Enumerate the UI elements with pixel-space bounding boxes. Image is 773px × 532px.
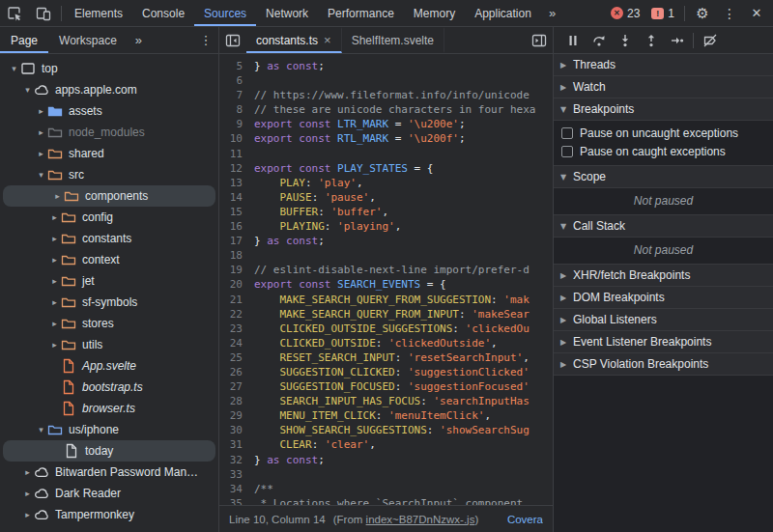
tab-performance[interactable]: Performance	[318, 0, 404, 26]
code-text[interactable]: SHOW_SEARCH_SUGGESTIONS: 'showSearchSug	[254, 423, 553, 437]
source-code[interactable]: 5} as const;67// https://www.fileformat.…	[219, 54, 553, 505]
tab-sources[interactable]: Sources	[194, 0, 256, 26]
line-number[interactable]: 6	[219, 73, 254, 88]
code-text[interactable]: RESET_SEARCH_INPUT: 'resetSearchInput',	[254, 350, 553, 365]
section-xhr-fetch-breakpoints[interactable]: ▶XHR/fetch Breakpoints	[554, 265, 773, 287]
expand-arrow-icon[interactable]: ▸	[35, 106, 47, 116]
collapse-arrow-icon[interactable]: ▾	[21, 85, 34, 95]
editor-tab-constants-ts[interactable]: constants.ts×	[246, 27, 342, 53]
tab-memory[interactable]: Memory	[404, 0, 465, 26]
code-text[interactable]: SUGGESTION_CLICKED: 'suggestionClicked'	[254, 365, 553, 379]
hide-navigator-icon[interactable]	[219, 27, 246, 53]
line-number[interactable]: 9	[219, 117, 254, 131]
line-number[interactable]: 25	[219, 350, 254, 365]
tree-item-jet[interactable]: ▸jet	[0, 270, 218, 292]
section-call-stack[interactable]: ▼Call Stack	[554, 215, 773, 238]
line-number[interactable]: 27	[219, 379, 254, 394]
collapse-arrow-icon[interactable]: ▾	[35, 425, 47, 434]
tree-item-tampermonkey[interactable]: ▸Tampermonkey	[0, 504, 218, 525]
kebab-menu-icon[interactable]: ⋮	[717, 0, 742, 26]
tree-item-node-modules[interactable]: ▸node_modules	[0, 122, 218, 143]
expand-arrow-icon[interactable]: ▸	[48, 234, 61, 243]
code-text[interactable]: export const PLAY_STATES = {	[254, 161, 553, 176]
section-csp-violation-breakpoints[interactable]: ▶CSP Violation Breakpoints	[554, 353, 773, 376]
expand-arrow-icon[interactable]: ▸	[35, 127, 47, 137]
more-panels-button[interactable]: »	[541, 6, 564, 20]
tree-item-sf-symbols[interactable]: ▸sf-symbols	[0, 292, 218, 313]
sourcemap-file-link[interactable]: index~B87DnNzwx-.js	[366, 514, 475, 525]
toggle-device-toolbar-icon[interactable]	[29, 0, 58, 26]
line-number[interactable]: 23	[219, 322, 254, 336]
line-number[interactable]: 20	[219, 277, 254, 292]
section-global-listeners[interactable]: ▶Global Listeners	[554, 309, 773, 331]
line-number[interactable]: 30	[219, 423, 254, 437]
section-breakpoints[interactable]: ▼Breakpoints	[554, 98, 773, 121]
tree-item-bitwarden-password-man[interactable]: ▸Bitwarden Password Man…	[0, 462, 218, 483]
expand-arrow-icon[interactable]: ▸	[21, 510, 34, 519]
code-text[interactable]	[254, 147, 553, 161]
line-number[interactable]: 12	[219, 161, 254, 176]
checkbox[interactable]	[561, 127, 573, 139]
tree-item-stores[interactable]: ▸stores	[0, 313, 218, 334]
code-text[interactable]: CLEAR: 'clear',	[254, 437, 553, 452]
tree-item-constants[interactable]: ▸constants	[0, 228, 218, 249]
step-into-icon[interactable]	[612, 27, 638, 53]
line-number[interactable]: 8	[219, 102, 254, 117]
code-text[interactable]: * Locations where `SearchInput` componen…	[254, 496, 553, 505]
line-number[interactable]: 5	[219, 59, 254, 73]
section-dom-breakpoints[interactable]: ▶DOM Breakpoints	[554, 287, 773, 309]
expand-arrow-icon[interactable]: ▸	[48, 340, 61, 350]
checkbox[interactable]	[561, 146, 573, 157]
collapse-arrow-icon[interactable]: ▾	[8, 64, 20, 73]
expand-arrow-icon[interactable]: ▸	[48, 297, 61, 307]
tree-item-context[interactable]: ▸context	[0, 249, 218, 270]
line-number[interactable]: 28	[219, 394, 254, 408]
more-navigator-tabs-button[interactable]: »	[128, 27, 151, 53]
navigator-kebab-menu-icon[interactable]: ⋮	[193, 27, 218, 53]
tree-item-src[interactable]: ▾src	[0, 164, 218, 185]
tree-item-assets[interactable]: ▸assets	[0, 100, 218, 122]
code-text[interactable]: CLICKED_OUTSIDE: 'clickedOutside',	[254, 336, 553, 350]
section-event-listener-breakpoints[interactable]: ▶Event Listener Breakpoints	[554, 331, 773, 353]
section-scope[interactable]: ▼Scope	[554, 166, 773, 188]
code-text[interactable]: MAKE_SEARCH_QUERY_FROM_INPUT: 'makeSear	[254, 307, 553, 322]
error-badge[interactable]: ✕ 23	[606, 7, 644, 20]
code-text[interactable]: MENU_ITEM_CLICK: 'menuItemClick',	[254, 408, 553, 423]
navigator-tab-workspace[interactable]: Workspace	[48, 27, 128, 53]
close-tab-icon[interactable]: ×	[324, 34, 331, 46]
step-over-icon[interactable]	[586, 27, 612, 53]
line-number[interactable]: 26	[219, 365, 254, 379]
code-text[interactable]	[254, 73, 553, 88]
line-number[interactable]: 31	[219, 437, 254, 452]
code-text[interactable]: export const LTR_MARK = '\u200e';	[254, 117, 553, 131]
tree-item-dark-reader[interactable]: ▸Dark Reader	[0, 483, 218, 504]
code-text[interactable]: SUGGESTION_FOCUSED: 'suggestionFocused'	[254, 379, 553, 394]
expand-arrow-icon[interactable]: ▸	[35, 149, 47, 158]
expand-arrow-icon[interactable]: ▸	[51, 191, 64, 201]
code-text[interactable]: export const RTL_MARK = '\u200f';	[254, 131, 553, 146]
tree-item-today[interactable]: today	[3, 440, 215, 462]
tree-item-shared[interactable]: ▸shared	[0, 143, 218, 164]
line-number[interactable]: 11	[219, 147, 254, 161]
code-text[interactable]: SEARCH_INPUT_HAS_FOCUS: 'searchInputHas	[254, 394, 553, 408]
code-text[interactable]: CLICKED_OUTSIDE_SUGGESTIONS: 'clickedOu	[254, 322, 553, 336]
line-number[interactable]: 19	[219, 263, 254, 277]
line-number[interactable]: 17	[219, 234, 254, 248]
code-text[interactable]: PLAY: 'play',	[254, 176, 553, 190]
line-number[interactable]: 33	[219, 467, 254, 482]
tree-item-config[interactable]: ▸config	[0, 207, 218, 228]
line-number[interactable]: 35	[219, 496, 254, 505]
line-number[interactable]: 34	[219, 482, 254, 496]
inspect-element-icon[interactable]	[0, 0, 29, 26]
line-number[interactable]: 24	[219, 336, 254, 350]
tab-elements[interactable]: Elements	[65, 0, 132, 26]
editor-tab-shelfitem-svelte[interactable]: ShelfItem.svelte	[342, 27, 444, 53]
show-debugger-icon[interactable]	[526, 27, 553, 53]
tree-item-browser-ts[interactable]: browser.ts	[0, 398, 218, 419]
line-number[interactable]: 21	[219, 293, 254, 307]
tree-item-bootstrap-ts[interactable]: bootstrap.ts	[0, 377, 218, 398]
code-text[interactable]: } as const;	[254, 234, 553, 248]
checkbox-row-pause-on-caught-exceptions[interactable]: Pause on caught exceptions	[554, 142, 773, 160]
tree-item-app-svelte[interactable]: App.svelte	[0, 355, 218, 377]
tree-item-apps-apple-com[interactable]: ▾apps.apple.com	[0, 79, 218, 100]
